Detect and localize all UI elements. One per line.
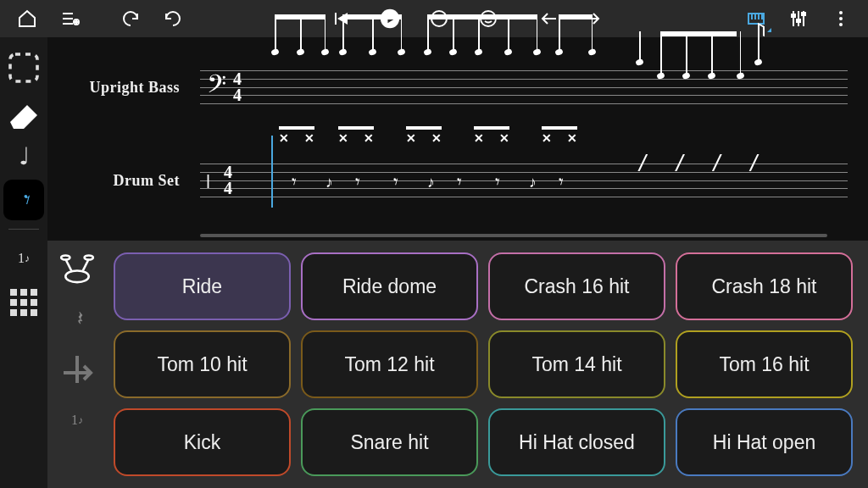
score-area[interactable]: Upright Bass 𝄢 44: [47, 37, 868, 241]
pad-grid: RideRide domeCrash 16 hitCrash 18 hitTom…: [107, 241, 868, 488]
grid-tool[interactable]: [3, 282, 44, 323]
svg-point-40: [65, 270, 88, 282]
svg-rect-25: [797, 19, 800, 22]
svg-point-43: [61, 255, 70, 259]
note-value-mode[interactable]: 1♪: [57, 402, 97, 439]
drum-pad-snare-hit[interactable]: Snare hit: [301, 408, 478, 476]
playhead: [271, 136, 273, 208]
eraser-tool[interactable]: [3, 92, 44, 132]
staff-bass[interactable]: 𝄢 44: [200, 64, 848, 111]
left-tool-sidebar: ♩ 𝄾 1♪: [0, 37, 47, 488]
note-tool[interactable]: ♩: [3, 136, 44, 176]
mixer-button[interactable]: [778, 2, 819, 36]
svg-point-27: [839, 11, 843, 14]
svg-rect-26: [802, 13, 805, 15]
drum-pads-area: 𝄽 1♪ RideRide domeCrash 16 hitCrash 18 h…: [47, 241, 868, 488]
drum-pad-tom-10-hit[interactable]: Tom 10 hit: [114, 330, 291, 398]
svg-rect-36: [31, 299, 37, 306]
redo-button[interactable]: [153, 2, 193, 36]
svg-rect-38: [20, 309, 27, 316]
chord-mode[interactable]: 𝄽: [57, 300, 97, 337]
selection-tool[interactable]: [3, 47, 44, 88]
drum-pad-crash-18-hit[interactable]: Crash 18 hit: [676, 252, 853, 320]
svg-rect-31: [10, 289, 17, 296]
step-mode[interactable]: [57, 351, 97, 388]
more-button[interactable]: [821, 2, 861, 36]
undo-button[interactable]: [110, 2, 151, 36]
svg-rect-6: [335, 13, 337, 25]
tracks-button[interactable]: [49, 2, 90, 36]
drumkit-mode[interactable]: [57, 249, 97, 286]
svg-rect-33: [31, 289, 37, 296]
duration-tool[interactable]: 1♪: [3, 238, 44, 279]
track-label-drums: Drum Set: [47, 172, 200, 190]
drum-pad-hi-hat-open[interactable]: Hi Hat open: [676, 408, 853, 476]
svg-rect-34: [10, 299, 17, 306]
home-button[interactable]: [7, 2, 47, 36]
drum-pad-tom-12-hit[interactable]: Tom 12 hit: [301, 330, 478, 398]
drum-notes: ✕✕ ✕✕ ✕✕ ✕✕ ✕✕ ////: [275, 125, 841, 236]
svg-rect-39: [31, 309, 37, 316]
track-label-bass: Upright Bass: [47, 79, 200, 97]
drum-pad-crash-16-hit[interactable]: Crash 16 hit: [488, 252, 665, 320]
svg-rect-32: [20, 289, 27, 296]
drum-pad-ride-dome[interactable]: Ride dome: [301, 252, 478, 320]
svg-rect-35: [20, 299, 27, 306]
rest-tool[interactable]: 𝄾: [3, 180, 44, 220]
svg-rect-24: [792, 14, 795, 17]
svg-rect-37: [10, 309, 17, 316]
svg-point-28: [839, 17, 843, 20]
svg-point-44: [85, 255, 93, 259]
divider: [8, 229, 39, 230]
pad-mode-sidebar: 𝄽 1♪: [47, 241, 107, 488]
drum-pad-ride[interactable]: Ride: [114, 252, 291, 320]
staff-drums[interactable]: || 44 ✕✕ ✕✕ ✕✕ ✕✕ ✕✕: [200, 157, 848, 204]
drum-pad-tom-14-hit[interactable]: Tom 14 hit: [488, 330, 665, 398]
drum-pad-tom-16-hit[interactable]: Tom 16 hit: [676, 330, 853, 398]
bass-clef-icon: 𝄢: [207, 69, 226, 105]
drum-pad-hi-hat-closed[interactable]: Hi Hat closed: [488, 408, 665, 476]
svg-point-29: [839, 23, 843, 26]
svg-rect-30: [10, 54, 37, 81]
drum-pad-kick[interactable]: Kick: [114, 408, 291, 476]
